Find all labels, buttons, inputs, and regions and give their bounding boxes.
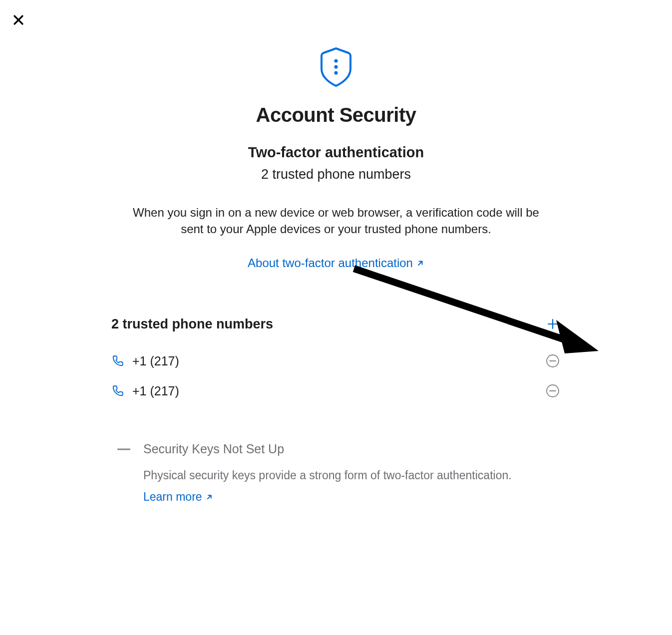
trusted-phones-section: 2 trusted phone numbers +1 (217) bbox=[111, 316, 561, 406]
phone-icon bbox=[111, 354, 126, 367]
minus-circle-icon bbox=[546, 384, 560, 398]
shield-icon bbox=[320, 47, 352, 90]
svg-point-0 bbox=[334, 59, 337, 62]
remove-phone-button[interactable] bbox=[545, 353, 561, 369]
close-button[interactable] bbox=[12, 14, 25, 27]
security-keys-title: Security Keys Not Set Up bbox=[143, 442, 284, 456]
security-keys-description: Physical security keys provide a strong … bbox=[143, 467, 561, 483]
trusted-phones-header: 2 trusted phone numbers bbox=[111, 316, 561, 332]
modal-title: Account Security bbox=[111, 104, 561, 126]
svg-marker-7 bbox=[556, 320, 599, 353]
modal-header: Account Security Two-factor authenticati… bbox=[111, 47, 561, 270]
phone-number-text: +1 (217) bbox=[132, 384, 545, 398]
external-link-icon bbox=[416, 259, 424, 268]
phone-row: +1 (217) bbox=[111, 376, 561, 406]
about-2fa-link-text: About two-factor authentication bbox=[248, 256, 413, 270]
security-keys-body: Physical security keys provide a strong … bbox=[116, 467, 561, 504]
account-security-modal: Account Security Two-factor authenticati… bbox=[111, 0, 561, 504]
minus-circle-icon bbox=[546, 354, 560, 368]
external-link-icon bbox=[205, 493, 213, 501]
add-phone-button[interactable] bbox=[545, 316, 561, 332]
phone-row: +1 (217) bbox=[111, 346, 561, 376]
remove-phone-button[interactable] bbox=[545, 383, 561, 399]
phone-icon bbox=[111, 384, 126, 397]
svg-point-1 bbox=[334, 65, 337, 68]
svg-point-2 bbox=[334, 71, 337, 74]
security-key-icon bbox=[116, 447, 131, 452]
close-icon bbox=[12, 14, 24, 26]
learn-more-text: Learn more bbox=[143, 490, 202, 504]
modal-description: When you sign in on a new device or web … bbox=[129, 204, 543, 237]
learn-more-link[interactable]: Learn more bbox=[143, 490, 213, 504]
about-2fa-link[interactable]: About two-factor authentication bbox=[248, 256, 424, 270]
modal-subtitle: Two-factor authentication bbox=[111, 144, 561, 161]
svg-rect-5 bbox=[117, 448, 130, 450]
trusted-count-text: 2 trusted phone numbers bbox=[111, 167, 561, 182]
phone-number-text: +1 (217) bbox=[132, 354, 545, 368]
trusted-phones-title: 2 trusted phone numbers bbox=[111, 317, 273, 332]
plus-icon bbox=[547, 318, 559, 330]
security-keys-header: Security Keys Not Set Up bbox=[116, 442, 561, 456]
security-keys-section: Security Keys Not Set Up Physical securi… bbox=[111, 442, 561, 504]
